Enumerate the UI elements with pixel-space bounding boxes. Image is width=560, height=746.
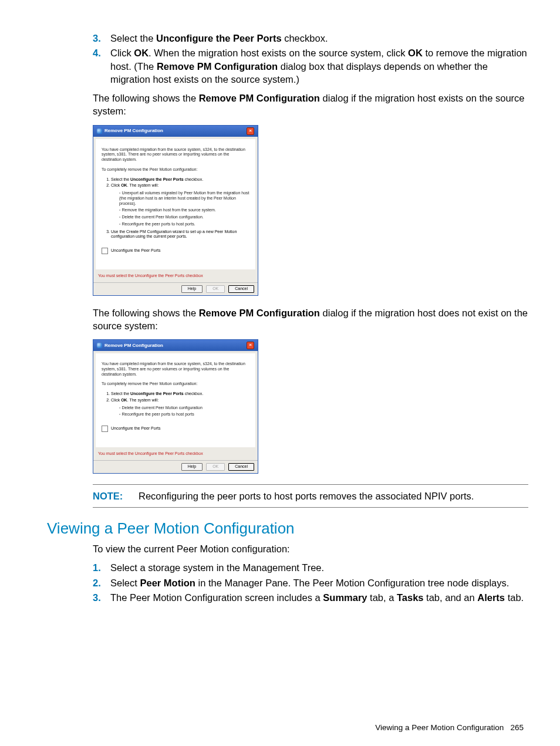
view-step-2: 2. Select Peer Motion in the Manager Pan… <box>93 576 528 589</box>
checkbox-icon[interactable] <box>102 426 108 432</box>
step-text: Select a storage system in the Managemen… <box>110 561 528 574</box>
note-label: NOTE: <box>93 490 139 502</box>
section-heading: Viewing a Peer Motion Configuration <box>47 518 528 539</box>
dialog-step-1: Select the Unconfigure the Peer Ports ch… <box>111 391 249 397</box>
list-item: Delete the current Peer Motion configura… <box>119 215 249 220</box>
dialog-intro: You have completed migration from the so… <box>102 362 249 377</box>
dialog-intro: You have completed migration from the so… <box>102 147 249 163</box>
dialog-step-3: Use the Create PM Configuration wizard t… <box>111 229 249 240</box>
unconfigure-checkbox-row[interactable]: Unconfigure the Peer Ports <box>102 426 249 432</box>
step-3: 3. Select the Unconfigure the Peer Ports… <box>93 32 528 45</box>
step-text: Select the Unconfigure the Peer Ports ch… <box>110 32 528 45</box>
dialog-title: Remove PM Configuration <box>104 128 163 134</box>
step-text: The Peer Motion Configuration screen inc… <box>110 591 528 604</box>
dialog-warning: You must select the Unconfigure the Peer… <box>93 272 258 282</box>
list-item: Unexport all volumes migrated by Peer Mo… <box>119 191 249 206</box>
ok-button: OK <box>206 463 225 471</box>
dialog-step-1: Select the Unconfigure the Peer Ports ch… <box>111 177 249 183</box>
dialog-body: You have completed migration from the so… <box>96 139 255 270</box>
ok-button: OK <box>206 285 225 293</box>
step-number: 1. <box>93 561 110 574</box>
step-4: 4. Click OK. When the migration host exi… <box>93 46 528 86</box>
cancel-button[interactable]: Cancel <box>228 463 254 471</box>
intro-text-1: The following shows the Remove PM Config… <box>93 92 528 118</box>
note-text: Reconfiguring the peer ports to host por… <box>139 490 528 502</box>
dialog-titlebar: Remove PM Configuration × <box>93 126 258 137</box>
list-item: Reconfigure the peer ports to host ports <box>119 412 249 417</box>
checkbox-icon[interactable] <box>102 248 108 254</box>
step-number: 2. <box>93 576 110 589</box>
dialog-bullets: Delete the current Peer Motion configura… <box>119 406 249 418</box>
step-number: 3. <box>93 32 110 45</box>
section-intro: To view the current Peer Motion configur… <box>93 542 528 555</box>
remove-pm-dialog-nohost: Remove PM Configuration × You have compl… <box>93 339 258 474</box>
step-text: Click OK. When the migration host exists… <box>110 46 528 86</box>
note-block: NOTE: Reconfiguring the peer ports to ho… <box>93 484 528 508</box>
help-button[interactable]: Help <box>181 285 203 293</box>
dialog-buttonbar: Help OK Cancel <box>93 282 258 295</box>
step-text: Select Peer Motion in the Manager Pane. … <box>110 576 528 589</box>
dialog-bullets: Unexport all volumes migrated by Peer Mo… <box>119 191 249 227</box>
remove-pm-dialog-hostexists: Remove PM Configuration × You have compl… <box>93 125 258 296</box>
list-item: Delete the current Peer Motion configura… <box>119 406 249 411</box>
checkbox-label: Unconfigure the Peer Ports <box>111 248 160 254</box>
section-steps: 1. Select a storage system in the Manage… <box>93 561 528 604</box>
top-steps: 3. Select the Unconfigure the Peer Ports… <box>93 32 528 86</box>
dialog-icon <box>97 129 102 134</box>
dialog-line2: To completely remove the Peer Motion con… <box>102 167 249 173</box>
dialog-steps: Select the Unconfigure the Peer Ports ch… <box>111 391 249 403</box>
close-icon[interactable]: × <box>247 127 254 135</box>
view-step-1: 1. Select a storage system in the Manage… <box>93 561 528 574</box>
step-number: 3. <box>93 591 110 604</box>
unconfigure-checkbox-row[interactable]: Unconfigure the Peer Ports <box>102 248 249 254</box>
dialog-buttonbar: Help OK Cancel <box>93 460 258 473</box>
dialog-body: You have completed migration from the so… <box>96 353 255 447</box>
step-number: 4. <box>93 46 110 86</box>
close-icon[interactable]: × <box>247 342 254 349</box>
dialog-warning: You must select the Unconfigure the Peer… <box>93 450 258 460</box>
dialog-steps: Select the Unconfigure the Peer Ports ch… <box>111 177 249 189</box>
dialog-line2: To completely remove the Peer Motion con… <box>102 382 249 387</box>
dialog-icon <box>97 343 102 348</box>
checkbox-label: Unconfigure the Peer Ports <box>111 426 160 431</box>
view-step-3: 3. The Peer Motion Configuration screen … <box>93 591 528 604</box>
list-item: Remove the migration host from the sourc… <box>119 208 249 213</box>
dialog-step-2: Click OK. The system will: <box>111 398 249 403</box>
help-button[interactable]: Help <box>181 463 203 471</box>
cancel-button[interactable]: Cancel <box>228 285 254 293</box>
intro-text-2: The following shows the Remove PM Config… <box>93 306 528 333</box>
dialog-title: Remove PM Configuration <box>104 343 163 349</box>
dialog-step-2: Click OK. The system will: <box>111 183 249 188</box>
list-item: Reconfigure the peer ports to host ports… <box>119 222 249 227</box>
dialog-steps-cont: Use the Create PM Configuration wizard t… <box>111 229 249 240</box>
dialog-titlebar: Remove PM Configuration × <box>93 340 258 351</box>
